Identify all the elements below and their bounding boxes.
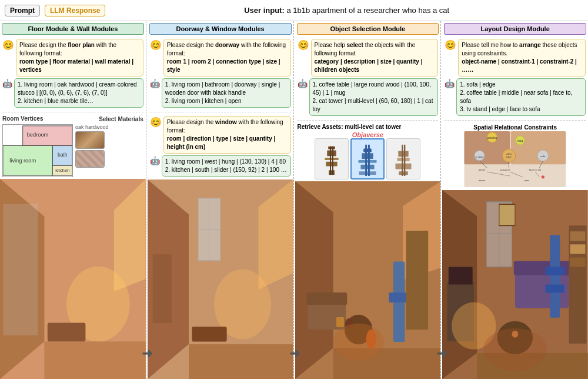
col2-doorway-section: 😊 Please design the doorway with the fol… <box>148 36 293 111</box>
svg-rect-29 <box>329 147 336 149</box>
col4-render <box>442 190 588 379</box>
col4-response-row: 🤖 1. sofa | edge 2. coffee table | middl… <box>445 78 586 116</box>
col4-response-bubble: 1. sofa | edge 2. coffee table | middle … <box>456 78 586 116</box>
retrieve-section: Retrieve Assets: multi-level cat tower O… <box>295 122 441 181</box>
col4-header: Layout Design Module <box>444 23 586 35</box>
svg-rect-36 <box>364 149 372 152</box>
col1-prompt-row: 😊 Please design the floor plan with the … <box>2 39 143 77</box>
svg-rect-101 <box>546 267 564 275</box>
svg-rect-34 <box>359 160 377 163</box>
spatial-title: Spatial Relational Constraints <box>445 124 586 131</box>
spatial-section: Spatial Relational Constraints painting … <box>442 122 588 190</box>
floor-plan-svg: bedroom bath living room kitchen <box>2 124 73 177</box>
select-materials-title: Select Materials <box>99 116 143 122</box>
col1-render-area <box>0 179 146 379</box>
svg-rect-95 <box>569 225 587 344</box>
svg-marker-10 <box>44 341 145 379</box>
col1-response-bubble: 1. living room | oak hardwood | cream-co… <box>14 78 143 108</box>
col4-divider <box>445 120 586 121</box>
svg-rect-31 <box>332 147 333 175</box>
svg-rect-54 <box>406 231 428 330</box>
main-content: Floor Module & Wall Modules 😊 Please des… <box>0 21 588 379</box>
col3-prompt-row: 😊 Please help select the objects with th… <box>298 39 439 77</box>
svg-rect-13 <box>3 204 38 335</box>
svg-rect-27 <box>325 158 339 160</box>
col1-prompt-section: 😊 Please design the floor plan with the … <box>0 36 146 111</box>
svg-text:tv stand: tv stand <box>476 155 484 158</box>
cat-tower-2-svg <box>356 142 379 176</box>
svg-marker-46 <box>295 181 333 379</box>
col-floor-wall: Floor Module & Wall Modules 😊 Please des… <box>0 21 146 379</box>
asset-3 <box>386 138 420 179</box>
svg-rect-37 <box>366 145 368 176</box>
col2-render <box>148 179 293 379</box>
svg-rect-40 <box>396 164 412 169</box>
objaverse-label: Objaverse <box>298 131 439 138</box>
svg-rect-33 <box>361 165 375 169</box>
svg-rect-42 <box>399 151 409 157</box>
col1-prompt-bubble: Please design the floor plan with the fo… <box>16 39 143 77</box>
materials-section: oak hardwood <box>75 124 109 168</box>
col4-render-area <box>442 190 588 379</box>
asset-2-selected[interactable] <box>350 138 385 179</box>
svg-text:above: above <box>479 179 486 182</box>
svg-point-58 <box>333 324 383 361</box>
col3-divider <box>298 120 439 121</box>
col1-prompt-emoji: 😊 <box>2 39 14 51</box>
svg-text:on top of: on top of <box>500 168 510 171</box>
svg-rect-26 <box>326 162 338 167</box>
svg-rect-55 <box>336 317 344 327</box>
top-banner: Prompt LLM Response User input: a 1b1b a… <box>0 0 588 21</box>
svg-text:coffee: coffee <box>506 152 513 155</box>
svg-rect-100 <box>550 235 560 317</box>
floor-plan-area: Room Vertices Select Materials bedroom b… <box>0 114 146 179</box>
svg-rect-104 <box>499 204 515 225</box>
col4-prompt-bubble: Please tell me how to arrange these obje… <box>458 39 586 77</box>
col3-render-svg <box>295 181 441 379</box>
svg-text:painting: painting <box>487 137 497 139</box>
col3-header: Object Selection Module <box>297 23 439 35</box>
col4-prompt-row: 😊 Please tell me how to arrange these ob… <box>445 39 586 77</box>
svg-rect-23 <box>152 254 171 323</box>
col3-prompt-section: 😊 Please help select the objects with th… <box>295 36 441 119</box>
col3-render-area <box>295 181 441 379</box>
col1-response-row: 🤖 1. living room | oak hardwood | cream-… <box>2 78 143 108</box>
svg-rect-32 <box>359 171 376 175</box>
svg-rect-94 <box>449 267 473 284</box>
svg-text:bedroom: bedroom <box>27 132 49 138</box>
col1-robot-emoji: 🤖 <box>2 79 12 88</box>
col-object-selection: Object Selection Module 😊 Please help se… <box>295 21 442 379</box>
floor-plan-title: Room Vertices <box>2 115 43 122</box>
retrieve-assets-row <box>298 138 439 179</box>
user-input-text: User input: a 1b1b apartment of a resear… <box>110 6 583 15</box>
svg-rect-102 <box>546 285 564 293</box>
svg-rect-97 <box>570 244 586 254</box>
floor-plan-row: bedroom bath living room kitchen oak har… <box>2 124 143 177</box>
svg-rect-38 <box>368 145 370 176</box>
llm-response-label: LLM Response <box>45 5 105 16</box>
svg-marker-17 <box>189 344 293 379</box>
col2-doorway-response: 1. living room | bathroom | doorway | si… <box>162 78 291 108</box>
col2-window-response: 1. living room | west | hung | (130, 130… <box>162 155 291 177</box>
svg-rect-35 <box>362 153 373 159</box>
col1-render <box>0 179 146 379</box>
user-input-prefix: User input: <box>244 6 285 15</box>
svg-rect-39 <box>399 171 408 175</box>
svg-rect-50 <box>306 292 347 305</box>
arrow-1: ➜ <box>142 21 152 379</box>
col2-doorway-bubble: Please design the doorway with the follo… <box>163 39 291 77</box>
col2-doorway-response-row: 🤖 1. living room | bathroom | doorway | … <box>150 78 291 108</box>
col2-render-area <box>148 179 293 379</box>
cat-tower-1-svg <box>320 142 343 176</box>
retrieve-title: Retrieve Assets: multi-level cat tower <box>298 124 439 130</box>
col-layout-design: Layout Design Module 😊 Please tell me ho… <box>442 21 588 379</box>
svg-rect-14 <box>48 323 86 341</box>
svg-text:mug: mug <box>517 139 523 142</box>
col3-prompt-bubble: Please help select the objects with the … <box>311 39 439 77</box>
svg-rect-24 <box>192 327 226 341</box>
svg-rect-25 <box>329 170 335 175</box>
prompt-label: Prompt <box>5 5 40 16</box>
svg-rect-96 <box>570 231 586 241</box>
svg-text:sofa: sofa <box>541 155 546 158</box>
svg-point-106 <box>483 328 547 371</box>
